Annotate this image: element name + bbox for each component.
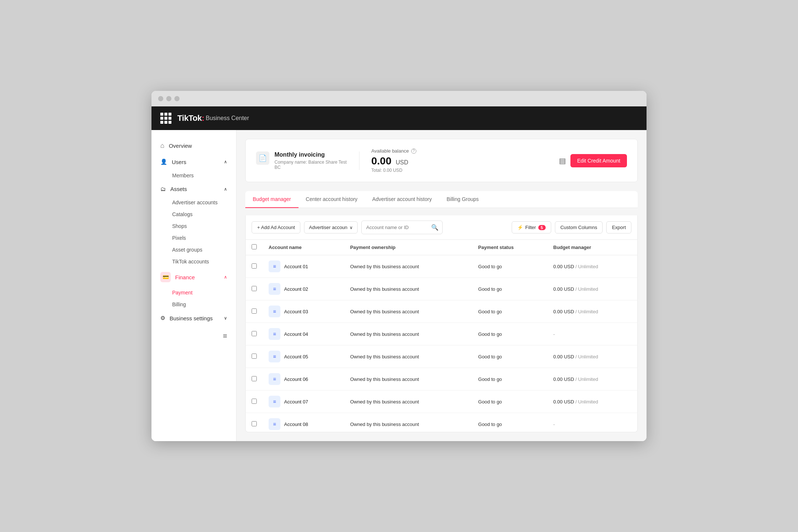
finance-icon: 💳 — [160, 272, 171, 282]
account-icon: ≡ — [269, 306, 280, 317]
filter-badge: 5 — [538, 225, 546, 230]
browser-chrome — [151, 91, 647, 106]
sidebar-sub-tiktok-accounts[interactable]: TikTok accounts — [151, 256, 236, 267]
row-ownership: Owned by this business account — [344, 413, 473, 432]
sidebar-sub-pixels[interactable]: Pixels — [151, 232, 236, 244]
row-status: Good to go — [472, 391, 547, 413]
account-icon: ≡ — [269, 283, 280, 295]
traffic-light-minimize[interactable] — [166, 96, 171, 101]
add-ad-account-button[interactable]: + Add Ad Account — [252, 221, 300, 233]
sidebar-sub-advertiser-accounts[interactable]: Advertiser accounts — [151, 197, 236, 208]
tab-budget-manager[interactable]: Budget manager — [245, 191, 299, 208]
row-checkbox-cell — [246, 391, 263, 413]
header-payment-status: Payment status — [472, 240, 547, 255]
account-icon: ≡ — [269, 328, 280, 340]
search-box[interactable]: 🔍 — [361, 221, 443, 234]
row-checkbox-7[interactable] — [252, 421, 257, 426]
chevron-up-assets-icon: ∧ — [224, 187, 227, 192]
row-budget: 0.00 USD / Unlimited — [548, 278, 637, 300]
row-ownership: Owned by this business account — [344, 278, 473, 300]
edit-credit-button[interactable]: Edit Credit Amount — [570, 154, 627, 167]
table-section: + Add Ad Account Advertiser accoun ∨ 🔍 ⚡ — [245, 215, 638, 432]
collapse-icon[interactable]: ≡ — [223, 332, 227, 340]
tab-advertiser-account-history[interactable]: Advertiser account history — [365, 191, 439, 208]
traffic-light-maximize[interactable] — [174, 96, 180, 101]
custom-columns-button[interactable]: Custom Columns — [555, 221, 603, 233]
row-checkbox-cell — [246, 278, 263, 300]
advertiser-account-dropdown[interactable]: Advertiser accoun ∨ — [304, 221, 358, 233]
row-status: Good to go — [472, 323, 547, 345]
tab-center-account-history[interactable]: Center account history — [299, 191, 365, 208]
traffic-light-close[interactable] — [158, 96, 163, 101]
account-name-label: Account 06 — [284, 376, 308, 382]
table-row: ≡ Account 05 Owned by this business acco… — [246, 345, 637, 368]
row-budget: 0.00 USD / Unlimited — [548, 255, 637, 278]
help-icon[interactable]: ? — [411, 149, 416, 154]
search-icon[interactable]: 🔍 — [431, 224, 439, 231]
sidebar-section-assets[interactable]: 🗂 Assets ∧ — [151, 181, 236, 197]
row-ownership: Owned by this business account — [344, 323, 473, 345]
row-budget: 0.00 USD / Unlimited — [548, 368, 637, 391]
search-input[interactable] — [366, 225, 428, 230]
tab-billing-groups[interactable]: Billing Groups — [439, 191, 486, 208]
sidebar-section-business-settings[interactable]: ⚙ Business settings ∨ — [151, 310, 236, 326]
balance-card: 📄 Monthly invoicing Company name: Balanc… — [245, 139, 638, 182]
row-status: Good to go — [472, 278, 547, 300]
sidebar-sub-shops[interactable]: Shops — [151, 220, 236, 232]
row-checkbox-cell — [246, 255, 263, 278]
invoice-icon: 📄 — [256, 151, 269, 165]
main-layout: ⌂ Overview 👤 Users ∧ Members — [151, 130, 647, 441]
row-checkbox-3[interactable] — [252, 331, 257, 336]
row-checkbox-1[interactable] — [252, 286, 257, 291]
balance-section: Available balance ? 0.00 USD Total: 0.00… — [371, 148, 559, 173]
account-icon: ≡ — [269, 373, 280, 385]
account-icon: ≡ — [269, 260, 280, 272]
card-history-icon[interactable]: ▤ — [559, 156, 566, 165]
sidebar-item-overview[interactable]: ⌂ Overview — [151, 137, 236, 154]
row-account-name: ≡ Account 07 — [263, 391, 344, 413]
sidebar-sub-asset-groups[interactable]: Asset groups — [151, 244, 236, 256]
account-name-label: Account 03 — [284, 309, 308, 314]
sidebar-sub-payment[interactable]: Payment — [151, 287, 236, 299]
invoice-title: Monthly invoicing — [274, 151, 347, 158]
export-button[interactable]: Export — [606, 221, 631, 233]
row-budget: - — [548, 323, 637, 345]
account-icon: ≡ — [269, 396, 280, 407]
sidebar: ⌂ Overview 👤 Users ∧ Members — [151, 130, 236, 441]
row-checkbox-6[interactable] — [252, 399, 257, 404]
table-row: ≡ Account 03 Owned by this business acco… — [246, 300, 637, 323]
header-account-name: Account name — [263, 240, 344, 255]
select-all-checkbox[interactable] — [252, 244, 257, 249]
row-status: Good to go — [472, 413, 547, 432]
card-actions: ▤ Edit Credit Amount — [559, 154, 627, 167]
assets-icon: 🗂 — [160, 186, 166, 192]
sidebar-sub-members[interactable]: Members — [151, 170, 236, 181]
app-container: TikTok: Business Center ⌂ Overview 👤 Use… — [151, 106, 647, 441]
filter-icon: ⚡ — [517, 225, 523, 230]
brand-subtitle: Business Center — [206, 115, 249, 122]
row-checkbox-5[interactable] — [252, 376, 257, 381]
account-name-label: Account 01 — [284, 264, 308, 269]
table-row: ≡ Account 01 Owned by this business acco… — [246, 255, 637, 278]
toolbar-right: ⚡ Filter 5 Custom Columns Export — [512, 221, 631, 233]
sidebar-section-finance[interactable]: 💳 Finance ∧ — [151, 267, 236, 287]
account-name-label: Account 02 — [284, 286, 308, 292]
filter-button[interactable]: ⚡ Filter 5 — [512, 221, 551, 233]
users-icon: 👤 — [160, 158, 167, 165]
table-toolbar: + Add Ad Account Advertiser accoun ∨ 🔍 ⚡ — [246, 215, 637, 240]
row-checkbox-cell — [246, 300, 263, 323]
brand-name: TikTok: — [177, 113, 204, 123]
row-checkbox-4[interactable] — [252, 354, 257, 359]
sidebar-sub-billing[interactable]: Billing — [151, 299, 236, 310]
row-checkbox-0[interactable] — [252, 263, 257, 269]
row-checkbox-2[interactable] — [252, 308, 257, 314]
balance-amount: 0.00 USD — [371, 155, 559, 167]
grid-icon[interactable] — [160, 113, 171, 124]
invoice-section: 📄 Monthly invoicing Company name: Balanc… — [256, 151, 359, 170]
tabs-container: Budget manager Center account history Ad… — [245, 191, 638, 208]
brand-logo: TikTok: Business Center — [177, 113, 249, 123]
row-ownership: Owned by this business account — [344, 368, 473, 391]
row-checkbox-cell — [246, 368, 263, 391]
sidebar-section-users[interactable]: 👤 Users ∧ — [151, 154, 236, 170]
sidebar-sub-catalogs[interactable]: Catalogs — [151, 208, 236, 220]
